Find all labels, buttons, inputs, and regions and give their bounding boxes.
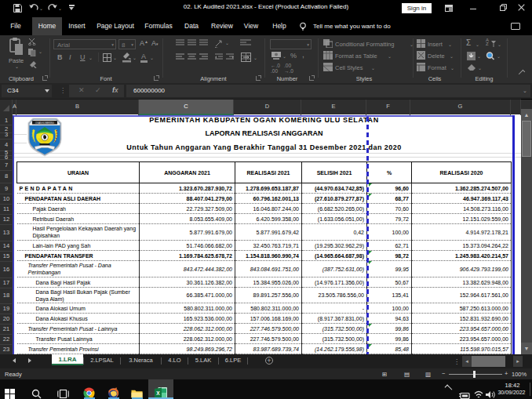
svg-text:OGAN KOMERING: OGAN KOMERING [35, 122, 54, 125]
svg-text:X: X [156, 390, 160, 396]
